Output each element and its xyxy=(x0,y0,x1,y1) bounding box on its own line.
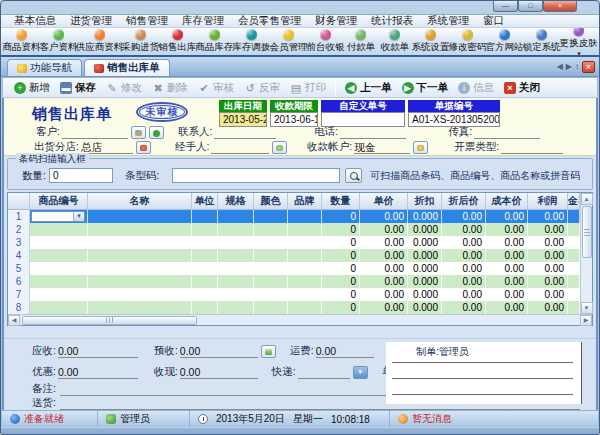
field-input[interactable] xyxy=(214,126,276,139)
table-cell[interactable]: 0 xyxy=(322,236,360,249)
table-cell[interactable] xyxy=(568,288,580,301)
table-cell[interactable] xyxy=(30,275,88,288)
toolbar-button[interactable]: 供应商资料 xyxy=(77,29,122,54)
scroll-left-icon[interactable]: ◀ xyxy=(8,315,20,326)
table-cell[interactable]: 0 xyxy=(322,223,360,236)
table-cell[interactable] xyxy=(30,262,88,275)
person-icon[interactable] xyxy=(272,141,287,154)
table-cell[interactable]: 0.000 xyxy=(408,288,442,301)
table-cell[interactable]: 3 xyxy=(8,236,30,249)
toolbar-button[interactable]: 会员管理 xyxy=(270,29,307,54)
prev-order-button[interactable]: ◀上一单 xyxy=(340,81,397,95)
table-cell[interactable]: 0.000 xyxy=(408,236,442,249)
table-cell[interactable] xyxy=(288,223,322,236)
toolbar-button[interactable]: 收款单 xyxy=(378,29,412,54)
table-row[interactable]: 400.000.0000.000.000.00 xyxy=(8,249,580,262)
column-header[interactable]: 数量 xyxy=(322,193,360,209)
table-cell[interactable] xyxy=(192,236,218,249)
table-cell[interactable]: 0.00 xyxy=(360,288,408,301)
browse-icon[interactable] xyxy=(131,126,146,139)
field-input[interactable] xyxy=(501,141,563,154)
table-cell[interactable] xyxy=(254,249,288,262)
toolbar-button[interactable]: 商品库存 xyxy=(196,29,233,54)
toolbar-button[interactable]: 商品资料 xyxy=(3,29,40,54)
table-cell[interactable]: 0.00 xyxy=(486,249,528,262)
table-cell[interactable] xyxy=(192,249,218,262)
table-cell[interactable] xyxy=(218,249,254,262)
table-cell[interactable]: 1 xyxy=(8,210,30,223)
horizontal-scroll-thumb[interactable] xyxy=(22,316,197,325)
audit-button[interactable]: ✔审核 xyxy=(193,81,239,95)
table-cell[interactable] xyxy=(254,275,288,288)
table-cell[interactable]: 4 xyxy=(8,249,30,262)
field-input[interactable]: 0.00 xyxy=(180,345,258,358)
table-cell[interactable] xyxy=(192,210,218,223)
tab-sales-order[interactable]: 销售出库单 xyxy=(84,59,170,76)
table-cell[interactable] xyxy=(192,301,218,314)
toolbar-button[interactable]: 客户资料 xyxy=(40,29,77,54)
table-cell[interactable]: 0 xyxy=(322,262,360,275)
table-cell[interactable] xyxy=(254,236,288,249)
table-cell[interactable]: 0 xyxy=(322,249,360,262)
store-icon[interactable] xyxy=(136,141,151,154)
table-cell[interactable]: 6 xyxy=(8,275,30,288)
vertical-scrollbar[interactable]: ▲ ▼ xyxy=(580,193,592,314)
field-input[interactable]: 0.00 xyxy=(180,366,258,379)
note-icon[interactable] xyxy=(261,345,276,358)
table-cell[interactable]: 0.00 xyxy=(360,275,408,288)
table-row[interactable]: 300.000.0000.000.000.00 xyxy=(8,236,580,249)
table-cell[interactable]: 0 xyxy=(322,288,360,301)
horizontal-scrollbar[interactable]: ◀ ▶ xyxy=(8,314,592,325)
toolbar-button[interactable]: 采购进货 xyxy=(122,29,159,54)
table-cell[interactable]: 0.00 xyxy=(486,288,528,301)
table-cell[interactable] xyxy=(88,223,192,236)
money-icon[interactable] xyxy=(413,141,428,154)
magnifier-icon[interactable] xyxy=(345,168,362,183)
table-cell[interactable]: 0.00 xyxy=(442,236,486,249)
column-header[interactable]: 名称 xyxy=(88,193,192,209)
close-button[interactable]: × xyxy=(543,1,577,12)
table-cell[interactable]: 0.000 xyxy=(408,223,442,236)
menu-item[interactable]: 会员零售管理 xyxy=(231,14,308,28)
table-cell[interactable]: 7 xyxy=(8,288,30,301)
table-cell[interactable] xyxy=(88,210,192,223)
table-cell[interactable]: 0.00 xyxy=(360,236,408,249)
unaudit-button[interactable]: ↺反审 xyxy=(239,81,285,95)
table-cell[interactable]: 0 xyxy=(322,301,360,314)
save-button[interactable]: ▬保存 xyxy=(55,81,101,95)
table-cell[interactable] xyxy=(88,275,192,288)
column-header[interactable]: 折扣 xyxy=(408,193,442,209)
table-cell[interactable]: 0.00 xyxy=(486,210,528,223)
menu-item[interactable]: 窗口 xyxy=(476,14,511,28)
table-cell[interactable]: 5 xyxy=(8,262,30,275)
field-input[interactable] xyxy=(474,126,540,139)
toolbar-button[interactable]: 更换皮肤▾ xyxy=(560,28,597,57)
table-cell[interactable] xyxy=(88,236,192,249)
table-cell[interactable]: 0.00 xyxy=(442,288,486,301)
table-cell[interactable]: 0.00 xyxy=(442,249,486,262)
table-cell[interactable] xyxy=(254,210,288,223)
table-cell[interactable] xyxy=(568,249,580,262)
title-bar[interactable]: — □ × xyxy=(1,1,599,14)
table-cell[interactable] xyxy=(568,301,580,314)
table-cell[interactable]: 0.00 xyxy=(528,210,568,223)
table-cell[interactable] xyxy=(568,262,580,275)
column-header[interactable]: 折后价 xyxy=(442,193,486,209)
table-cell[interactable]: 0.00 xyxy=(486,275,528,288)
minimize-button[interactable]: — xyxy=(493,1,518,12)
table-cell[interactable] xyxy=(288,301,322,314)
table-cell[interactable]: 0.000 xyxy=(408,301,442,314)
table-cell[interactable] xyxy=(192,288,218,301)
table-cell[interactable] xyxy=(568,275,580,288)
menu-item[interactable]: 进货管理 xyxy=(63,14,119,28)
table-cell[interactable]: 0.000 xyxy=(408,210,442,223)
table-cell[interactable] xyxy=(192,262,218,275)
column-header[interactable]: 单价 xyxy=(360,193,408,209)
table-cell[interactable] xyxy=(254,288,288,301)
table-cell[interactable]: 0 xyxy=(322,210,360,223)
table-cell[interactable]: ▼ xyxy=(30,210,88,223)
table-row[interactable]: 200.000.0000.000.000.00 xyxy=(8,223,580,236)
scroll-right-icon[interactable]: ▶ xyxy=(580,315,592,326)
table-cell[interactable]: 0.00 xyxy=(360,301,408,314)
toolbar-button[interactable]: 修改密码 xyxy=(449,29,486,54)
